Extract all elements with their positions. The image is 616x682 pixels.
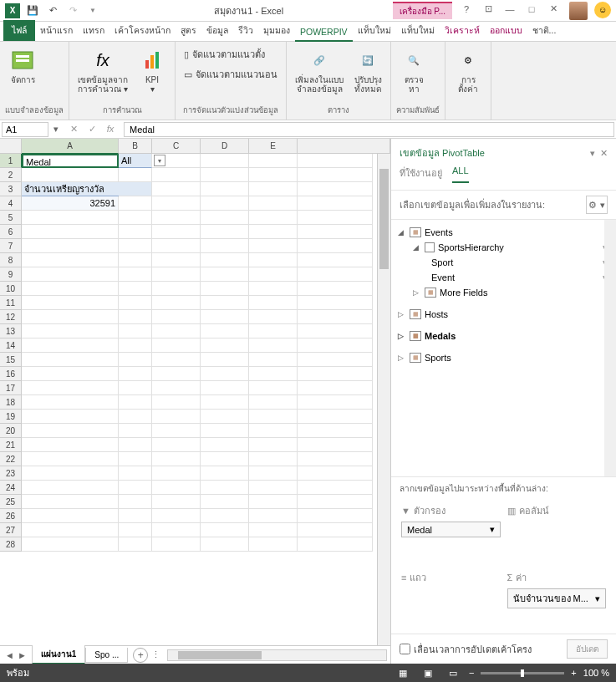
cell-empty[interactable]: [22, 381, 119, 395]
cell-empty[interactable]: [201, 154, 249, 168]
cell-empty[interactable]: [249, 211, 298, 225]
cell-empty[interactable]: [152, 253, 201, 267]
cell-empty[interactable]: [298, 282, 373, 296]
row-header[interactable]: 6: [0, 225, 22, 239]
undo-icon[interactable]: ↶: [45, 3, 60, 18]
cancel-formula-icon[interactable]: ✕: [67, 124, 80, 135]
row-header[interactable]: 3: [0, 182, 22, 196]
cell-empty[interactable]: [298, 168, 373, 182]
cell-empty[interactable]: [119, 168, 152, 182]
cell-empty[interactable]: [298, 438, 373, 452]
cell-empty[interactable]: [119, 395, 152, 410]
cell-empty[interactable]: [119, 338, 152, 353]
cell-empty[interactable]: [119, 225, 152, 239]
tab-new2[interactable]: แท็บใหม่: [396, 20, 440, 41]
cell-empty[interactable]: [298, 466, 373, 481]
cell-empty[interactable]: [119, 466, 152, 481]
cell-empty[interactable]: [22, 395, 119, 410]
pane-options-icon[interactable]: ▾: [590, 148, 595, 159]
cell-empty[interactable]: [152, 424, 201, 438]
redo-icon[interactable]: ↷: [65, 3, 80, 18]
cell-empty[interactable]: [152, 523, 201, 537]
cell-empty[interactable]: [201, 196, 249, 211]
cell-empty[interactable]: [249, 168, 298, 182]
cell-empty[interactable]: [22, 495, 119, 509]
kpi-button[interactable]: KPI ▾: [135, 45, 170, 95]
field-more[interactable]: ▷▦More Fields: [395, 285, 613, 300]
cell-empty[interactable]: [298, 310, 373, 324]
cell-empty[interactable]: [249, 282, 298, 296]
cell-empty[interactable]: [152, 466, 201, 481]
cell-empty[interactable]: [22, 481, 119, 495]
rows-dropzone[interactable]: [401, 588, 501, 630]
cell-empty[interactable]: [298, 353, 373, 367]
minimize-icon[interactable]: —: [501, 2, 519, 17]
cell-empty[interactable]: [249, 253, 298, 267]
view-normal-icon[interactable]: ▦: [394, 666, 412, 679]
row-header[interactable]: 11: [0, 296, 22, 310]
cell-empty[interactable]: [152, 410, 201, 424]
cell-empty[interactable]: [298, 381, 373, 395]
cell-empty[interactable]: [249, 296, 298, 310]
cell-empty[interactable]: [22, 466, 119, 481]
view-pagebreak-icon[interactable]: ▭: [444, 666, 462, 679]
field-table-events[interactable]: ◢▦Events: [395, 225, 613, 240]
row-header[interactable]: 5: [0, 211, 22, 225]
cell-empty[interactable]: [201, 523, 249, 537]
accept-formula-icon[interactable]: ✓: [85, 124, 99, 135]
cell-empty[interactable]: [201, 338, 249, 353]
cell-empty[interactable]: [119, 452, 152, 466]
col-header[interactable]: E: [249, 139, 298, 154]
cell-empty[interactable]: [22, 282, 119, 296]
cell-empty[interactable]: [22, 239, 119, 253]
cell-empty[interactable]: [249, 324, 298, 338]
cell-empty[interactable]: [249, 353, 298, 367]
tab-design[interactable]: ออกแบบ: [485, 20, 527, 41]
cell-empty[interactable]: [201, 452, 249, 466]
cell-empty[interactable]: [298, 182, 373, 196]
cell-empty[interactable]: [119, 282, 152, 296]
cell-empty[interactable]: [22, 168, 119, 182]
calc-field-button[interactable]: fx เขตข้อมูลจาก การคำนวณ ▾: [74, 45, 131, 95]
filter-item-medal[interactable]: Medal▾: [401, 522, 501, 537]
cell-empty[interactable]: [22, 338, 119, 353]
feedback-icon[interactable]: ☺: [594, 2, 611, 18]
cell-empty[interactable]: [201, 381, 249, 395]
cell-empty[interactable]: [249, 381, 298, 395]
cell-empty[interactable]: [201, 168, 249, 182]
cell-A4[interactable]: 32591: [22, 196, 119, 211]
cell-empty[interactable]: [298, 296, 373, 310]
cell-empty[interactable]: [152, 481, 201, 495]
align-vertical-button[interactable]: ▯จัดแนวตามแนวตั้ง: [181, 45, 281, 64]
cell-empty[interactable]: [201, 253, 249, 267]
cell-empty[interactable]: [249, 338, 298, 353]
cell-empty[interactable]: [201, 225, 249, 239]
field-event[interactable]: Event▼: [395, 270, 613, 285]
cell-empty[interactable]: [22, 353, 119, 367]
add-to-model-button[interactable]: 🔗 เพิ่มลงในแบบ จำลองข้อมูล: [292, 45, 347, 95]
ribbon-collapse-icon[interactable]: ⊡: [479, 2, 497, 17]
cell-empty[interactable]: [22, 523, 119, 537]
row-header[interactable]: 25: [0, 495, 22, 509]
vertical-scrollbar[interactable]: [377, 154, 390, 645]
user-avatar[interactable]: [569, 2, 588, 20]
cell-empty[interactable]: [22, 509, 119, 523]
value-item-count[interactable]: นับจำนวนของ M...▾: [507, 588, 607, 608]
field-table-medals[interactable]: ▷▦Medals: [395, 328, 613, 344]
cell-empty[interactable]: [152, 239, 201, 253]
cell-empty[interactable]: [249, 196, 298, 211]
cell-empty[interactable]: [298, 225, 373, 239]
tab-data[interactable]: ข้อมูล: [201, 20, 233, 41]
cell-empty[interactable]: [119, 353, 152, 367]
cell-empty[interactable]: [201, 410, 249, 424]
cell-empty[interactable]: [152, 168, 201, 182]
tab-view[interactable]: มุมมอง: [258, 20, 295, 41]
cell-empty[interactable]: [119, 381, 152, 395]
cell-empty[interactable]: [298, 154, 373, 168]
cell-empty[interactable]: [201, 495, 249, 509]
cell-empty[interactable]: [298, 523, 373, 537]
cell-empty[interactable]: [201, 367, 249, 381]
col-header[interactable]: C: [152, 139, 201, 154]
cell-empty[interactable]: [119, 509, 152, 523]
sheet-nav-prev-icon[interactable]: ◄: [5, 650, 14, 660]
